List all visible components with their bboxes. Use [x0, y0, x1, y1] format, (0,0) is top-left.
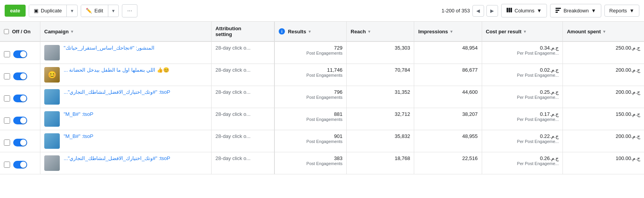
duplicate-group: ▣ Duplicate ▼ — [29, 5, 78, 17]
row-toggle[interactable] — [13, 161, 27, 169]
pagination-next[interactable]: ▶ — [486, 5, 498, 17]
table-row: Post: "#وتك_اختيارك_الافضل_لنشاطك_التجار… — [0, 152, 644, 174]
row-checkbox[interactable] — [4, 51, 10, 57]
duplicate-icon: ▣ — [34, 8, 38, 14]
cell-cost: ج.م.0.25 Per Post Engageme... — [482, 86, 563, 108]
edit-icon: ✏️ — [86, 8, 92, 14]
cell-toggle — [0, 130, 40, 152]
results-sub: Post Engagements — [279, 73, 342, 77]
edit-label: Edit — [94, 8, 103, 14]
campaign-thumbnail — [44, 133, 60, 149]
results-sub: Post Engagements — [279, 161, 342, 166]
campaign-thumbnail — [44, 155, 60, 171]
table-row: 😊 😊👍 اللي بنعملها اول ما الطفل بيدخل الح… — [0, 64, 644, 86]
col-results-label: Results — [286, 29, 306, 34]
more-button[interactable]: ··· — [122, 4, 137, 17]
edit-button[interactable]: ✏️ Edit — [81, 5, 108, 16]
cell-amount: ج.م.150.00 — [563, 108, 644, 130]
breakdown-caret: ▼ — [591, 8, 596, 14]
row-toggle[interactable] — [13, 50, 27, 58]
columns-label: Columns — [515, 8, 535, 14]
columns-button[interactable]: Columns ▼ — [501, 4, 547, 17]
cost-value: ج.م.0.17 — [486, 111, 559, 117]
col-reach: Reach ▼ — [347, 22, 414, 41]
results-number: 11,746 — [279, 67, 342, 73]
results-sub: Post Engagements — [279, 139, 342, 144]
cost-sub: Per Post Engageme... — [486, 73, 559, 77]
toolbar: eate ▣ Duplicate ▼ ✏️ Edit ▼ ··· 1-200 o… — [0, 0, 644, 22]
cost-value: ج.م.0.26 — [486, 155, 559, 161]
cell-results: 901 Post Engagements — [274, 130, 347, 152]
results-number: 383 — [279, 155, 342, 161]
select-all-checkbox[interactable] — [4, 29, 9, 34]
svg-rect-4 — [555, 10, 559, 11]
results-sub: Post Engagements — [279, 51, 342, 55]
sort-icon-amount: ▼ — [602, 29, 606, 34]
cell-impressions: 48,954 — [414, 41, 482, 64]
campaign-link[interactable]: Post: "#B_M" — [64, 111, 93, 117]
row-checkbox[interactable] — [4, 162, 10, 168]
table-row: المنشور: "#نجاحك_اساس_استقرار_حياتك" 28-… — [0, 41, 644, 64]
row-toggle[interactable] — [13, 95, 27, 102]
pagination-text: 1-200 of 353 — [441, 8, 470, 14]
sort-icon: ▼ — [70, 29, 74, 34]
reports-label: Reports — [609, 8, 627, 14]
cell-attribution: 28-day click o... — [212, 130, 275, 152]
cell-cost: ج.م.0.22 Per Post Engageme... — [482, 130, 563, 152]
campaign-link[interactable]: Post: "#B_M" — [64, 133, 93, 139]
row-toggle[interactable] — [13, 139, 27, 146]
cost-sub: Per Post Engageme... — [486, 95, 559, 100]
cell-impressions: 48,955 — [414, 130, 482, 152]
pagination-prev[interactable]: ◀ — [472, 5, 484, 17]
row-toggle[interactable] — [13, 72, 27, 80]
breakdown-button[interactable]: Breakdown ▼ — [550, 4, 601, 17]
row-checkbox[interactable] — [4, 117, 10, 124]
row-toggle[interactable] — [13, 117, 27, 124]
cell-reach: 70,784 — [347, 64, 414, 86]
cell-toggle — [0, 41, 40, 64]
row-checkbox[interactable] — [4, 139, 10, 146]
cell-campaign: Post: "#B_M" — [40, 130, 212, 152]
campaign-link[interactable]: المنشور: "#نجاحك_اساس_استقرار_حياتك" — [64, 45, 154, 51]
col-reach-label: Reach — [351, 29, 366, 34]
cell-reach: 35,832 — [347, 130, 414, 152]
col-campaign-label: Campaign — [44, 29, 69, 34]
campaigns-table: Off / On Campaign ▼ Attributionsetting i… — [0, 22, 644, 174]
breakdown-icon — [555, 7, 561, 14]
cell-campaign: المنشور: "#نجاحك_اساس_استقرار_حياتك" — [40, 41, 212, 64]
results-info-icon[interactable]: i — [279, 28, 285, 34]
duplicate-caret[interactable]: ▼ — [67, 6, 77, 16]
cost-value: ج.م.0.34 — [486, 45, 559, 51]
columns-icon — [506, 7, 512, 14]
results-sub: Post Engagements — [279, 95, 342, 100]
col-attribution-label: Attributionsetting — [215, 26, 241, 37]
row-checkbox[interactable] — [4, 73, 10, 79]
cell-impressions: 86,677 — [414, 64, 482, 86]
col-cost-label: Cost per result — [486, 29, 522, 34]
edit-caret[interactable]: ▼ — [108, 6, 119, 16]
results-sub: Post Engagements — [279, 117, 342, 122]
campaign-link[interactable]: Post: "#وتك_اختيارك_الافضل_لنشاطك_التجار… — [64, 89, 170, 95]
cell-attribution: 28-day click o... — [212, 64, 275, 86]
cell-impressions: 38,207 — [414, 108, 482, 130]
col-results: i Results ▼ — [274, 22, 347, 41]
row-checkbox[interactable] — [4, 95, 10, 102]
cell-results: 383 Post Engagements — [274, 152, 347, 174]
duplicate-button[interactable]: ▣ Duplicate — [29, 5, 66, 16]
sort-icon-impressions: ▼ — [450, 29, 453, 34]
amount-value: ج.م.250.00 — [567, 45, 640, 51]
cell-amount: ج.م.100.00 — [563, 152, 644, 174]
sort-icon-cost: ▼ — [523, 29, 527, 34]
create-button[interactable]: eate — [5, 5, 26, 17]
cell-toggle — [0, 108, 40, 130]
cost-sub: Per Post Engageme... — [486, 51, 559, 55]
svg-rect-5 — [555, 12, 558, 13]
amount-value: ج.م.200.00 — [567, 67, 640, 73]
cell-amount: ج.م.200.00 — [563, 64, 644, 86]
campaign-link[interactable]: 😊👍 اللي بنعملها اول ما الطفل بيدخل الحضا… — [64, 67, 169, 73]
cell-amount: ج.م.200.00 — [563, 86, 644, 108]
cost-sub: Per Post Engageme... — [486, 161, 559, 166]
svg-rect-2 — [510, 8, 512, 12]
campaign-link[interactable]: Post: "#وتك_اختيارك_الافضل_لنشاطك_التجار… — [64, 155, 170, 161]
reports-button[interactable]: Reports ▼ — [604, 5, 639, 17]
